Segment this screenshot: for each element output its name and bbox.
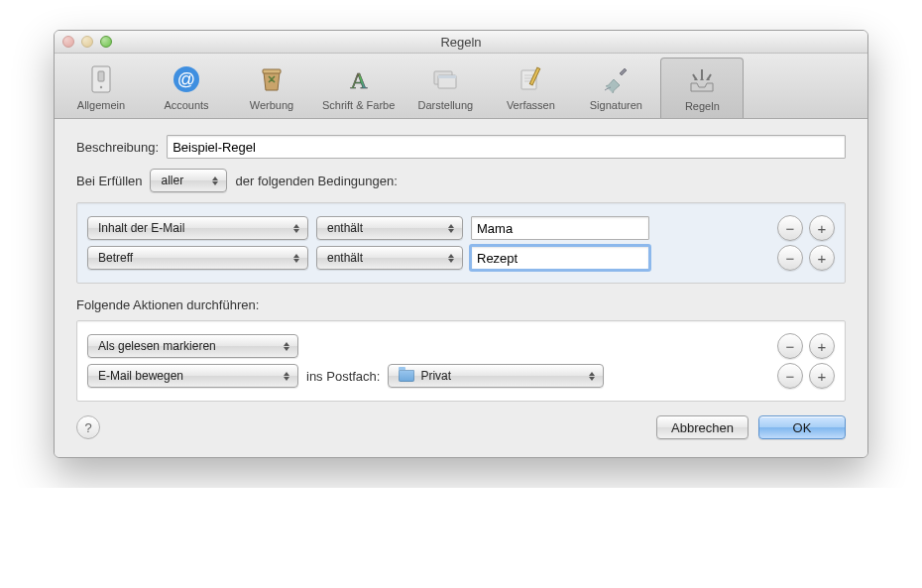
- chevron-updown-icon: [210, 176, 220, 185]
- cancel-button[interactable]: Abbrechen: [656, 415, 749, 439]
- toolbar-icon: [427, 61, 463, 97]
- zoom-window-button[interactable]: [100, 36, 112, 48]
- toolbar-label: Darstellung: [410, 99, 480, 111]
- condition-value-input[interactable]: [471, 246, 649, 270]
- toolbar-icon: [598, 61, 634, 97]
- window-title: Regeln: [55, 35, 867, 50]
- condition-row: Inhalt der E-Mailenthält−+: [87, 215, 835, 241]
- toolbar-item-allgemein[interactable]: Allgemein: [60, 58, 142, 118]
- remove-row-button[interactable]: −: [777, 245, 803, 271]
- titlebar: Regeln: [55, 31, 867, 54]
- condition-value-input[interactable]: [471, 216, 649, 240]
- chevron-updown-icon: [291, 254, 301, 263]
- condition-operator-popup[interactable]: enthält: [316, 246, 463, 270]
- toolbar-label: Regeln: [667, 100, 737, 112]
- action-row: E-Mail bewegenins Postfach:Privat−+: [87, 363, 835, 389]
- remove-row-button[interactable]: −: [777, 363, 803, 389]
- help-button[interactable]: ?: [76, 415, 100, 439]
- toolbar-icon: [513, 61, 548, 97]
- add-row-button[interactable]: +: [809, 215, 835, 241]
- chevron-updown-icon: [587, 372, 597, 381]
- chevron-updown-icon: [282, 342, 291, 351]
- condition-mode-popup[interactable]: aller: [150, 169, 227, 192]
- actions-label: Folgende Aktionen durchführen:: [76, 297, 846, 312]
- traffic-lights: [62, 36, 112, 48]
- rule-sheet: Beschreibung: Bei Erfüllen aller der fol…: [55, 119, 867, 457]
- toolbar-icon: [83, 61, 119, 97]
- toolbar-item-darstellung[interactable]: Darstellung: [404, 58, 486, 118]
- conditions-suffix: der folgenden Bedingungen:: [235, 174, 397, 188]
- into-mailbox-label: ins Postfach:: [306, 369, 380, 384]
- toolbar-item-signaturen[interactable]: Signaturen: [575, 58, 656, 118]
- action-type-popup-value: E-Mail bewegen: [98, 369, 183, 383]
- folder-icon: [399, 370, 414, 382]
- action-target-value: Privat: [420, 369, 451, 383]
- condition-field-popup[interactable]: Betreff: [87, 246, 308, 270]
- close-window-button[interactable]: [62, 36, 74, 48]
- condition-operator-popup[interactable]: enthält: [316, 216, 463, 240]
- preferences-toolbar: Allgemein@AccountsWerbungASchrift & Farb…: [55, 54, 867, 119]
- condition-field-popup[interactable]: Inhalt der E-Mail: [87, 216, 308, 240]
- svg-text:@: @: [177, 69, 195, 89]
- remove-row-button[interactable]: −: [777, 215, 803, 241]
- toolbar-icon: A: [341, 61, 377, 97]
- add-row-button[interactable]: +: [809, 333, 835, 359]
- svg-text:A: A: [350, 67, 368, 93]
- toolbar-icon: [684, 62, 720, 98]
- toolbar-item-schrift-farbe[interactable]: ASchrift & Farbe: [316, 58, 401, 118]
- condition-field-popup-value: Betreff: [98, 251, 133, 265]
- description-input[interactable]: [167, 135, 846, 159]
- svg-rect-5: [263, 69, 281, 73]
- toolbar-icon: [254, 61, 289, 97]
- toolbar-icon: @: [169, 61, 204, 97]
- svg-point-2: [100, 86, 102, 88]
- add-row-button[interactable]: +: [809, 363, 835, 389]
- toolbar-item-verfassen[interactable]: Verfassen: [490, 58, 571, 118]
- toolbar-label: Verfassen: [496, 99, 565, 111]
- toolbar-label: Signaturen: [581, 99, 650, 111]
- ok-button[interactable]: OK: [758, 415, 846, 439]
- condition-row: Betreffenthält−+: [87, 245, 835, 271]
- chevron-updown-icon: [291, 224, 301, 233]
- condition-operator-popup-value: enthält: [327, 221, 363, 235]
- svg-rect-1: [98, 71, 104, 81]
- actions-box: Als gelesen markieren−+E-Mail bewegenins…: [76, 320, 846, 402]
- preferences-window: Regeln Allgemein@AccountsWerbungASchrift…: [54, 30, 868, 458]
- add-row-button[interactable]: +: [809, 245, 835, 271]
- toolbar-item-accounts[interactable]: @Accounts: [146, 58, 227, 118]
- chevron-updown-icon: [446, 254, 456, 263]
- chevron-updown-icon: [446, 224, 456, 233]
- toolbar-item-regeln[interactable]: Regeln: [660, 58, 744, 118]
- action-type-popup[interactable]: Als gelesen markieren: [87, 334, 298, 358]
- action-type-popup-value: Als gelesen markieren: [98, 339, 216, 353]
- minimize-window-button[interactable]: [81, 36, 93, 48]
- toolbar-label: Werbung: [237, 99, 306, 111]
- chevron-updown-icon: [282, 372, 291, 381]
- action-row: Als gelesen markieren−+: [87, 333, 835, 359]
- condition-operator-popup-value: enthält: [327, 251, 363, 265]
- toolbar-label: Schrift & Farbe: [322, 99, 395, 111]
- conditions-box: Inhalt der E-Mailenthält−+Betreffenthält…: [76, 202, 846, 284]
- description-label: Beschreibung:: [76, 140, 159, 155]
- action-target-popup[interactable]: Privat: [388, 364, 604, 388]
- toolbar-label: Allgemein: [66, 99, 136, 111]
- remove-row-button[interactable]: −: [777, 333, 803, 359]
- conditions-prefix: Bei Erfüllen: [76, 174, 142, 188]
- condition-field-popup-value: Inhalt der E-Mail: [98, 221, 184, 235]
- toolbar-label: Accounts: [152, 99, 221, 111]
- toolbar-item-werbung[interactable]: Werbung: [231, 58, 312, 118]
- condition-mode-value: aller: [161, 174, 183, 187]
- svg-rect-9: [438, 75, 456, 78]
- action-type-popup[interactable]: E-Mail bewegen: [87, 364, 298, 388]
